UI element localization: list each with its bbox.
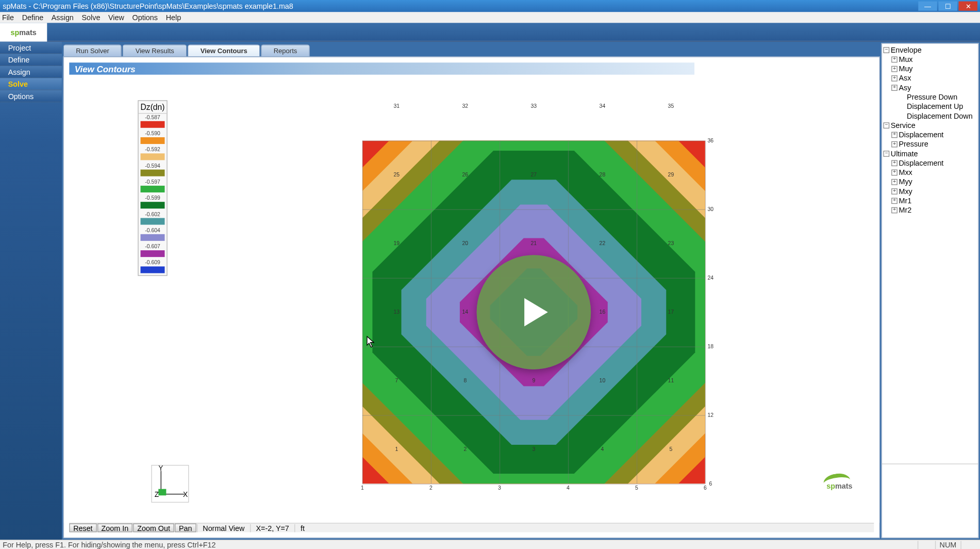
menu-view[interactable]: View (108, 13, 124, 22)
view-toolbar: Reset Zoom In Zoom Out Pan Normal View X… (69, 523, 874, 532)
element-label: 3 (532, 446, 535, 453)
element-label: 21 (531, 240, 537, 247)
menu-assign[interactable]: Assign (52, 13, 74, 22)
menu-options[interactable]: Options (132, 13, 158, 22)
tree-item[interactable]: Displacement Down (883, 111, 976, 120)
tree-item[interactable]: +Asy (883, 83, 976, 92)
play-icon (510, 288, 557, 335)
node-label: 1 (361, 485, 364, 491)
svg-text:Z: Z (155, 490, 159, 498)
element-label: 29 (668, 172, 674, 178)
legend-value: -0.599 (139, 195, 167, 202)
element-label: 22 (600, 240, 606, 247)
status-blank1 (918, 541, 935, 549)
tree-item[interactable]: +Myy (883, 177, 976, 186)
status-help: For Help, press F1. For hiding/showing t… (3, 541, 215, 549)
canvas[interactable]: Dz(dn) -0.587-0.590-0.592-0.594-0.597-0.… (64, 80, 879, 523)
node-label: 6 (709, 481, 712, 487)
tab-view-contours[interactable]: View Contours (188, 44, 260, 56)
element-label: 27 (531, 172, 537, 178)
tree-item[interactable]: Displacement Up (883, 102, 976, 111)
node-label: 24 (708, 275, 714, 281)
legend-value: -0.592 (139, 146, 167, 153)
menu-solve[interactable]: Solve (82, 13, 101, 22)
maximize-button[interactable]: ☐ (938, 2, 957, 11)
legend-value: -0.587 (139, 114, 167, 121)
contour-plot[interactable]: 1234566121824303612345789101113141516171… (362, 141, 705, 484)
legend-swatch (141, 137, 165, 144)
node-label: 12 (708, 412, 714, 418)
tree-preview (882, 463, 978, 537)
nav-define[interactable]: Define (0, 54, 62, 66)
window-titlebar: spMats - C:\Program Files (x86)\Structur… (0, 0, 980, 12)
node-label: 30 (708, 206, 714, 213)
legend-value: -0.604 (139, 227, 167, 234)
tree-group[interactable]: −Ultimate (883, 149, 976, 158)
nav-assign[interactable]: Assign (0, 66, 62, 78)
element-label: 2 (463, 446, 467, 453)
axis-indicator: Y X Z (151, 465, 189, 503)
element-label: 14 (462, 309, 469, 315)
close-button[interactable]: ✕ (959, 2, 978, 11)
tree-group[interactable]: −Service (883, 120, 976, 130)
svg-text:Y: Y (158, 465, 163, 472)
element-label: 28 (600, 172, 606, 178)
status-blank2 (960, 541, 977, 549)
element-label: 8 (463, 378, 467, 384)
btn-reset[interactable]: Reset (69, 524, 96, 532)
tree-item[interactable]: +Mxx (883, 168, 976, 177)
side-nav: Project Define Assign Solve Options (0, 42, 62, 540)
legend-swatch (141, 250, 165, 257)
btn-zoom-in[interactable]: Zoom In (97, 524, 132, 532)
element-label: 4 (601, 446, 604, 453)
tree-item[interactable]: +Displacement (883, 158, 976, 167)
app-title: spMats - C:\Program Files (x86)\Structur… (3, 2, 293, 10)
legend-swatch (141, 234, 165, 241)
element-label: 35 (668, 103, 674, 109)
node-label: 6 (704, 485, 707, 491)
toolbar: spmats (0, 23, 980, 42)
tab-view-results[interactable]: View Results (123, 44, 187, 56)
node-label: 4 (567, 485, 570, 491)
result-tree-panel: −Envelope+Mux+Muy+Asx+AsyPressure DownDi… (882, 43, 979, 538)
tree-group[interactable]: −Envelope (883, 45, 976, 54)
svg-marker-10 (524, 298, 548, 327)
btn-pan[interactable]: Pan (175, 524, 196, 532)
minimize-button[interactable]: — (918, 2, 937, 11)
tree-item[interactable]: +Mr2 (883, 205, 976, 215)
btn-zoom-out[interactable]: Zoom Out (133, 524, 174, 532)
node-label: 5 (635, 485, 638, 491)
tree-item[interactable]: +Asx (883, 73, 976, 83)
legend-swatch (141, 218, 165, 224)
play-button[interactable] (477, 255, 591, 369)
tab-reports[interactable]: Reports (261, 44, 310, 56)
tab-strip: Run Solver View Results View Contours Re… (63, 43, 880, 56)
menu-define[interactable]: Define (22, 13, 43, 22)
tree-item[interactable]: +Mr1 (883, 196, 976, 205)
element-label: 10 (600, 378, 606, 384)
contour-legend: Dz(dn) -0.587-0.590-0.592-0.594-0.597-0.… (138, 100, 167, 276)
menu-file[interactable]: File (2, 13, 14, 22)
tree-item[interactable]: +Pressure (883, 139, 976, 149)
tab-run-solver[interactable]: Run Solver (63, 44, 122, 56)
element-label: 5 (669, 446, 672, 453)
nav-project[interactable]: Project (0, 42, 62, 54)
nav-options[interactable]: Options (0, 90, 62, 102)
view-mode: Normal View (197, 524, 250, 532)
tree-item[interactable]: +Displacement (883, 130, 976, 139)
legend-swatch (141, 121, 165, 128)
legend-swatch (141, 170, 165, 176)
tree-item[interactable]: +Mxy (883, 186, 976, 196)
element-label: 26 (462, 172, 469, 178)
element-label: 7 (395, 378, 398, 384)
nav-solve[interactable]: Solve (0, 78, 62, 90)
tree-item[interactable]: Pressure Down (883, 92, 976, 102)
result-tree[interactable]: −Envelope+Mux+Muy+Asx+AsyPressure DownDi… (882, 44, 978, 464)
tree-item[interactable]: +Muy (883, 64, 976, 73)
menu-help[interactable]: Help (166, 13, 181, 22)
element-label: 9 (532, 378, 535, 384)
legend-swatch (141, 266, 165, 273)
legend-value: -0.594 (139, 162, 167, 169)
svg-text:X: X (183, 490, 188, 498)
tree-item[interactable]: +Mux (883, 55, 976, 64)
